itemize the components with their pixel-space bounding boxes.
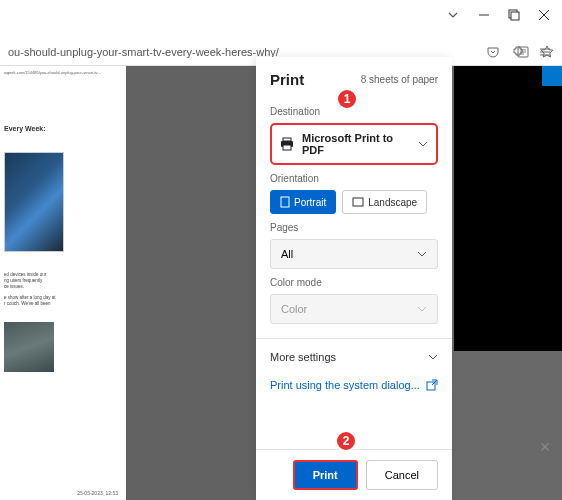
ad-close-icon[interactable]: × <box>533 435 557 459</box>
destination-value: Microsoft Print to PDF <box>302 132 410 156</box>
more-settings-label: More settings <box>270 351 336 363</box>
svg-rect-6 <box>281 197 289 207</box>
system-dialog-label: Print using the system dialog... <box>270 379 420 391</box>
landscape-icon <box>352 197 364 207</box>
print-button[interactable]: Print <box>293 460 358 490</box>
dim-overlay <box>126 66 256 500</box>
color-label: Color mode <box>270 277 438 288</box>
minimize-icon[interactable] <box>478 9 490 21</box>
destination-label: Destination <box>270 106 438 117</box>
chevron-down-icon <box>417 251 427 257</box>
print-footer: Print Cancel <box>256 449 452 500</box>
pages-select[interactable]: All <box>270 239 438 269</box>
callout-2: 2 <box>335 430 357 452</box>
print-preview-page: wgeek.com/154485/you-should-unplug-your-… <box>0 66 126 500</box>
external-link-icon <box>426 379 438 391</box>
pocket-icon[interactable] <box>486 45 500 59</box>
printer-icon <box>280 137 294 151</box>
preview-image-1 <box>4 152 64 252</box>
more-settings-toggle[interactable]: More settings <box>270 339 438 375</box>
landscape-button[interactable]: Landscape <box>342 190 427 214</box>
preview-body-text: ed devices inside our ng users frequentl… <box>4 272 122 307</box>
orientation-group: Portrait Landscape <box>270 190 438 214</box>
color-select: Color <box>270 294 438 324</box>
url-text: ou-should-unplug-your-smart-tv-every-wee… <box>8 46 508 58</box>
preview-heading: Every Week: <box>4 125 122 132</box>
chevron-down-icon <box>418 141 428 147</box>
chevron-down-icon[interactable] <box>446 8 460 22</box>
ad-badge <box>542 66 562 86</box>
system-dialog-link[interactable]: Print using the system dialog... <box>270 375 438 395</box>
orientation-label: Orientation <box>270 173 438 184</box>
print-title: Print <box>270 71 304 88</box>
preview-url: wgeek.com/154485/you-should-unplug-your-… <box>4 70 122 75</box>
portrait-icon <box>280 196 290 208</box>
chevron-down-icon <box>417 306 427 312</box>
ad-placeholder <box>454 66 562 351</box>
menu-icon[interactable] <box>538 45 552 59</box>
landscape-label: Landscape <box>368 197 417 208</box>
svg-rect-1 <box>511 12 519 20</box>
maximize-icon[interactable] <box>508 9 520 21</box>
portrait-button[interactable]: Portrait <box>270 190 336 214</box>
extensions-icon[interactable] <box>512 45 526 59</box>
window-controls <box>434 0 562 30</box>
svg-rect-3 <box>283 138 291 141</box>
sheets-count: 8 sheets of paper <box>361 74 438 85</box>
portrait-label: Portrait <box>294 197 326 208</box>
pages-label: Pages <box>270 222 438 233</box>
chevron-down-icon <box>428 354 438 360</box>
close-icon[interactable] <box>538 9 550 21</box>
cancel-button[interactable]: Cancel <box>366 460 438 490</box>
color-value: Color <box>281 303 307 315</box>
svg-rect-7 <box>353 198 363 206</box>
destination-select[interactable]: Microsoft Print to PDF <box>270 123 438 165</box>
callout-1: 1 <box>336 88 358 110</box>
svg-rect-5 <box>283 145 291 150</box>
pages-value: All <box>281 248 293 260</box>
preview-date: 25-05-2023, 12:53 <box>77 490 118 496</box>
preview-image-2 <box>4 322 54 372</box>
